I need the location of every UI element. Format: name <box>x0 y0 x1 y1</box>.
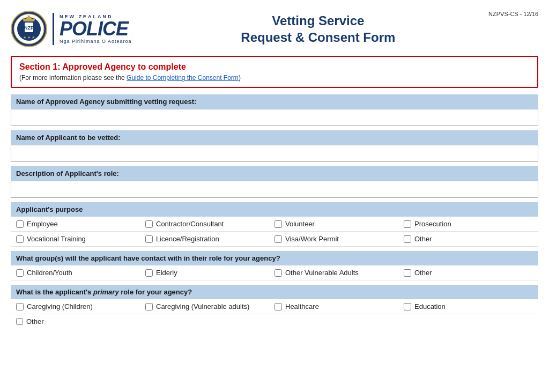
consent-form-guide-link[interactable]: Guide to Completing the Consent Form <box>127 74 239 82</box>
purpose-row1-item: Prosecution <box>404 220 533 228</box>
purpose2-label-3: Other <box>414 235 432 243</box>
svg-text:NZP: NZP <box>24 25 34 31</box>
groups-item: Other <box>404 269 533 277</box>
police-badge-icon: NZP ★ ★ ★ <box>11 11 47 47</box>
purpose-row1-item: Employee <box>16 220 145 228</box>
groups-row: Children/YouthElderlyOther Vulnerable Ad… <box>11 265 538 280</box>
logo-area: NZP ★ ★ ★ NEW ZEALAND POLICE Nga Pirihim… <box>11 11 132 47</box>
title-line1: Vetting Service <box>272 13 364 28</box>
logo-text: NEW ZEALAND POLICE Nga Pirihimana O Aote… <box>60 14 132 44</box>
applicant-field-block: Name of Applicant to be vetted: <box>11 130 538 162</box>
groups-label: What group(s) will the applicant have co… <box>11 251 538 265</box>
groups-label-3: Other <box>414 269 432 277</box>
applicant-input[interactable] <box>11 145 538 162</box>
section1-title: Section 1: Approved Agency to complete <box>19 62 530 72</box>
primary-role-label: What is the applicant's primary role for… <box>11 285 538 299</box>
purpose2-checkbox-licence/registration[interactable] <box>145 235 153 243</box>
purpose2-label-1: Licence/Registration <box>156 235 219 243</box>
section1-sub-post: ) <box>239 74 241 82</box>
applicant-label: Name of Applicant to be vetted: <box>11 130 538 145</box>
purpose2-checkbox-other[interactable] <box>404 235 411 243</box>
purpose-label-3: Prosecution <box>414 220 451 228</box>
primary-role-other-checkbox[interactable] <box>16 318 23 325</box>
purpose-checkbox-volunteer[interactable] <box>274 220 282 228</box>
primary-role-item: Caregiving (Children) <box>16 302 145 310</box>
groups-checkbox-elderly[interactable] <box>145 269 153 277</box>
purpose-checkbox-employee[interactable] <box>16 220 24 228</box>
logo-maori: Nga Pirihimana O Aotearoa <box>60 39 132 44</box>
purpose-label: Applicant's purpose <box>11 202 538 217</box>
primary-role-item: Healthcare <box>274 302 404 310</box>
purpose-row2-item: Visa/Work Permit <box>274 235 404 243</box>
groups-item: Children/Youth <box>16 269 145 277</box>
purpose-row1-item: Contractor/Consultant <box>145 220 274 228</box>
groups-checkbox-other-vulnerable-adults[interactable] <box>274 269 282 277</box>
purpose-label-2: Volunteer <box>285 220 315 228</box>
primary-role-text-3: Education <box>414 302 446 310</box>
primary-role-item: Education <box>404 302 533 310</box>
groups-block: What group(s) will the applicant have co… <box>11 251 538 280</box>
groups-label-2: Other Vulnerable Adults <box>285 269 359 277</box>
title-line2: Request & Consent Form <box>241 30 395 45</box>
purpose2-checkbox-visa/work-permit[interactable] <box>274 235 282 243</box>
logo-police: POLICE <box>60 19 132 39</box>
purpose2-label-2: Visa/Work Permit <box>285 235 339 243</box>
section1-sub-pre: (For more information please see the <box>19 74 127 82</box>
purpose-checkbox-contractor/consultant[interactable] <box>145 220 153 228</box>
purpose2-label-0: Vocational Training <box>27 235 86 243</box>
primary-role-checkbox-caregiving-vulnerable-adults-[interactable] <box>145 303 153 310</box>
primary-role-checkbox-healthcare[interactable] <box>274 303 282 310</box>
purpose-label-0: Employee <box>27 220 58 228</box>
role-label: Description of Applicant's role: <box>11 166 538 181</box>
section1-subtitle: (For more information please see the Gui… <box>19 74 530 82</box>
role-input[interactable] <box>11 181 538 198</box>
groups-item: Elderly <box>145 269 274 277</box>
purpose-checkbox-prosecution[interactable] <box>404 220 411 228</box>
primary-role-block: What is the applicant's primary role for… <box>11 285 538 329</box>
svg-text:★ ★ ★: ★ ★ ★ <box>23 35 35 39</box>
agency-field-block: Name of Approved Agency submitting vetti… <box>11 94 538 126</box>
purpose-row2-item: Vocational Training <box>16 235 145 243</box>
purpose-row1-item: Volunteer <box>274 220 404 228</box>
form-reference: NZPVS-CS - 12/16 <box>488 11 538 17</box>
header: NZP ★ ★ ★ NEW ZEALAND POLICE Nga Pirihim… <box>11 11 538 47</box>
agency-label: Name of Approved Agency submitting vetti… <box>11 94 538 109</box>
role-field-block: Description of Applicant's role: <box>11 166 538 198</box>
purpose-row2-item: Licence/Registration <box>145 235 274 243</box>
primary-role-other-label: Other <box>26 317 44 326</box>
groups-checkbox-other[interactable] <box>404 269 411 277</box>
logo-divider <box>53 13 54 45</box>
form-title: Vetting Service Request & Consent Form <box>132 12 489 46</box>
groups-checkbox-children/youth[interactable] <box>16 269 24 277</box>
primary-role-text-0: Caregiving (Children) <box>27 302 93 310</box>
primary-role-checkbox-education[interactable] <box>404 303 411 310</box>
primary-role-text-1: Caregiving (Vulnerable adults) <box>156 302 249 310</box>
primary-role-item: Caregiving (Vulnerable adults) <box>145 302 274 310</box>
groups-label-0: Children/Youth <box>27 269 72 277</box>
primary-role-row1: Caregiving (Children)Caregiving (Vulnera… <box>11 299 538 314</box>
purpose2-checkbox-vocational-training[interactable] <box>16 235 24 243</box>
groups-item: Other Vulnerable Adults <box>274 269 404 277</box>
agency-input[interactable] <box>11 109 538 126</box>
section1-banner: Section 1: Approved Agency to complete (… <box>11 56 538 88</box>
primary-role-text-2: Healthcare <box>285 302 319 310</box>
purpose-row2: Vocational TrainingLicence/RegistrationV… <box>11 232 538 247</box>
primary-role-checkbox-caregiving-children-[interactable] <box>16 303 24 310</box>
purpose-block: Applicant's purpose EmployeeContractor/C… <box>11 202 538 247</box>
purpose-row1: EmployeeContractor/ConsultantVolunteerPr… <box>11 217 538 232</box>
groups-label-1: Elderly <box>156 269 177 277</box>
primary-role-row2: Other <box>11 314 538 329</box>
purpose-row2-item: Other <box>404 235 533 243</box>
purpose-label-1: Contractor/Consultant <box>156 220 224 228</box>
